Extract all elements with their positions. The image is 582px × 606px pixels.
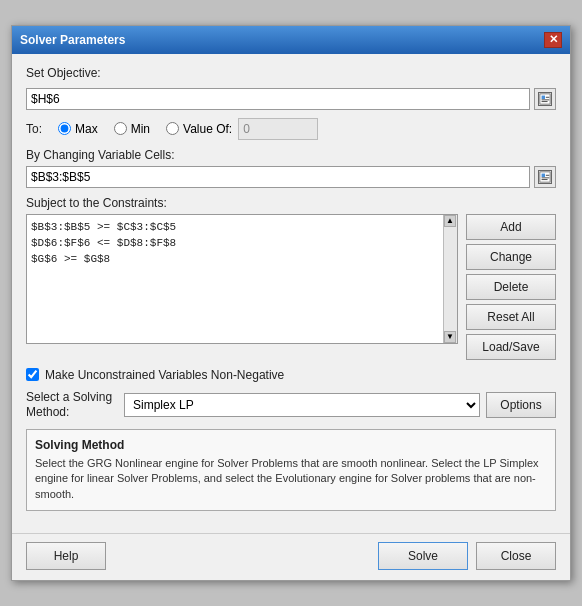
dialog-footer: Help Solve Close bbox=[12, 533, 570, 580]
footer-right: Solve Close bbox=[378, 542, 556, 570]
scroll-track bbox=[444, 227, 457, 331]
value-of-section: Value Of: bbox=[166, 118, 318, 140]
set-objective-row: Set Objective: bbox=[26, 66, 556, 80]
solve-button[interactable]: Solve bbox=[378, 542, 468, 570]
min-label: Min bbox=[131, 122, 150, 136]
help-button[interactable]: Help bbox=[26, 542, 106, 570]
max-label: Max bbox=[75, 122, 98, 136]
solving-method-row: Select a Solving Method: GRG Nonlinear S… bbox=[26, 390, 556, 421]
footer-close-button[interactable]: Close bbox=[476, 542, 556, 570]
scroll-up-button[interactable]: ▲ bbox=[444, 215, 456, 227]
radio-group: Max Min Value Of: bbox=[58, 118, 318, 140]
dialog-body: Set Objective: To: bbox=[12, 54, 570, 533]
title-bar: Solver Parameters ✕ bbox=[12, 26, 570, 54]
value-of-label: Value Of: bbox=[183, 122, 232, 136]
constraints-list-wrapper: $B$3:$B$5 >= $C$3:$C$5 $D$6:$F$6 <= $D$8… bbox=[26, 214, 458, 344]
load-save-label: Load/Save bbox=[482, 340, 539, 354]
by-changing-input-row bbox=[26, 166, 556, 188]
to-label: To: bbox=[26, 122, 42, 136]
min-radio[interactable] bbox=[114, 122, 127, 135]
scroll-down-button[interactable]: ▼ bbox=[444, 331, 456, 343]
add-label: Add bbox=[500, 220, 521, 234]
solve-label: Solve bbox=[408, 549, 438, 563]
checkbox-row: Make Unconstrained Variables Non-Negativ… bbox=[26, 368, 556, 382]
solver-parameters-dialog: Solver Parameters ✕ Set Objective: bbox=[11, 25, 571, 581]
svg-rect-6 bbox=[542, 173, 545, 176]
by-changing-label: By Changing Variable Cells: bbox=[26, 148, 556, 162]
add-button[interactable]: Add bbox=[466, 214, 556, 240]
to-row: To: Max Min Value Of: bbox=[26, 118, 556, 140]
close-button[interactable]: ✕ bbox=[544, 32, 562, 48]
by-changing-picker-icon bbox=[538, 170, 552, 184]
help-label: Help bbox=[54, 549, 79, 563]
unconstrained-label: Make Unconstrained Variables Non-Negativ… bbox=[45, 368, 284, 382]
reset-all-label: Reset All bbox=[487, 310, 534, 324]
max-radio-item[interactable]: Max bbox=[58, 122, 98, 136]
value-of-input[interactable] bbox=[238, 118, 318, 140]
value-of-radio-item[interactable]: Value Of: bbox=[166, 122, 232, 136]
min-radio-item[interactable]: Min bbox=[114, 122, 150, 136]
value-of-radio[interactable] bbox=[166, 122, 179, 135]
solving-info-box: Solving Method Select the GRG Nonlinear … bbox=[26, 429, 556, 511]
delete-label: Delete bbox=[494, 280, 529, 294]
by-changing-picker-button[interactable] bbox=[534, 166, 556, 188]
scrollbar: ▲ ▼ bbox=[443, 215, 457, 343]
dialog-title: Solver Parameters bbox=[20, 33, 125, 47]
list-item: $B$3:$B$5 >= $C$3:$C$5 bbox=[31, 219, 453, 235]
footer-close-label: Close bbox=[501, 549, 532, 563]
constraints-label: Subject to the Constraints: bbox=[26, 196, 556, 210]
constraints-buttons: Add Change Delete Reset All Load/Save bbox=[466, 214, 556, 360]
options-label: Options bbox=[500, 398, 541, 412]
options-button[interactable]: Options bbox=[486, 392, 556, 418]
solving-method-label: Select a Solving Method: bbox=[26, 390, 116, 421]
list-item: $G$6 >= $G$8 bbox=[31, 251, 453, 267]
change-button[interactable]: Change bbox=[466, 244, 556, 270]
set-objective-label: Set Objective: bbox=[26, 66, 101, 80]
load-save-button[interactable]: Load/Save bbox=[466, 334, 556, 360]
select-wrapper: GRG Nonlinear Simplex LP Evolutionary Op… bbox=[124, 392, 556, 418]
svg-rect-1 bbox=[542, 95, 545, 98]
set-objective-picker-icon bbox=[538, 92, 552, 106]
list-item: $D$6:$F$6 <= $D$8:$F$8 bbox=[31, 235, 453, 251]
change-label: Change bbox=[490, 250, 532, 264]
method-select[interactable]: GRG Nonlinear Simplex LP Evolutionary bbox=[124, 393, 480, 417]
set-objective-input-row bbox=[26, 88, 556, 110]
solving-info-text: Select the GRG Nonlinear engine for Solv… bbox=[35, 456, 547, 502]
solving-info-title: Solving Method bbox=[35, 438, 547, 452]
constraints-area: $B$3:$B$5 >= $C$3:$C$5 $D$6:$F$6 <= $D$8… bbox=[26, 214, 556, 360]
by-changing-input[interactable] bbox=[26, 166, 530, 188]
max-radio[interactable] bbox=[58, 122, 71, 135]
unconstrained-checkbox[interactable] bbox=[26, 368, 39, 381]
constraints-text: $B$3:$B$5 >= $C$3:$C$5 $D$6:$F$6 <= $D$8… bbox=[27, 215, 457, 343]
delete-button[interactable]: Delete bbox=[466, 274, 556, 300]
reset-all-button[interactable]: Reset All bbox=[466, 304, 556, 330]
set-objective-picker-button[interactable] bbox=[534, 88, 556, 110]
set-objective-input[interactable] bbox=[26, 88, 530, 110]
